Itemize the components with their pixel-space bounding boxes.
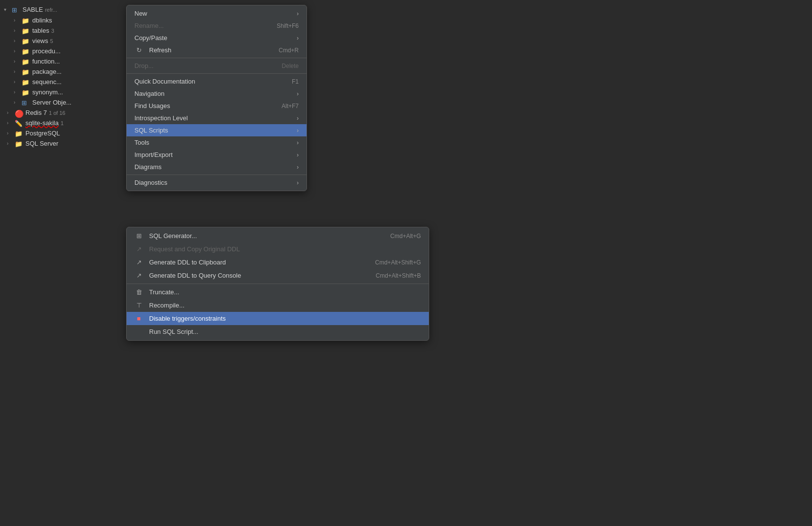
sable-header[interactable]: ▾ ⊞ SABLE refr...: [0, 4, 127, 15]
menu-item-sql-scripts[interactable]: SQL Scripts ›: [127, 124, 307, 136]
views-arrow: ›: [14, 38, 21, 44]
sidebar-item-functions[interactable]: › 📁 function...: [0, 56, 127, 66]
redis-label: Redis 7: [25, 109, 47, 116]
menu-item-copy-paste[interactable]: Copy/Paste ›: [127, 32, 307, 44]
disable-icon: ■: [134, 315, 143, 322]
tables-badge: 3: [51, 28, 54, 34]
menu-item-diagnostics[interactable]: Diagnostics ›: [127, 176, 307, 189]
packages-folder-icon: 📁: [22, 68, 30, 75]
functions-label: function...: [32, 58, 60, 65]
sidebar-item-redis7[interactable]: › 🔴 Redis 7 1 of 16: [0, 108, 127, 118]
submenu-item-generate-ddl-console[interactable]: ↗ Generate DDL to Query Console Cmd+Alt+…: [127, 269, 429, 282]
sable-db-icon: ⊞: [12, 6, 21, 13]
navigation-label: Navigation: [134, 90, 164, 97]
import-export-arrow: ›: [297, 152, 299, 158]
sidebar-item-sqlite-sakila[interactable]: › ✏️ sqlite-sakila 1: [0, 118, 127, 128]
sidebar-item-procedures[interactable]: › 📁 procedu...: [0, 46, 127, 56]
sidebar-item-dblinks[interactable]: › 📁 dblinks: [0, 15, 127, 25]
rename-shortcut: Shift+F6: [277, 22, 299, 29]
menu-item-refresh[interactable]: ↻ Refresh Cmd+R: [127, 44, 307, 56]
sidebar-item-synonyms[interactable]: › 📁 synonym...: [0, 87, 127, 97]
refresh-shortcut: Cmd+R: [279, 47, 299, 54]
menu-item-import-export[interactable]: Import/Export ›: [127, 149, 307, 161]
sqlite-label: sqlite-sakila: [25, 119, 59, 127]
postgresql-label: PostgreSQL: [25, 130, 60, 137]
menu-item-find-usages[interactable]: Find Usages Alt+F7: [127, 100, 307, 112]
menu-item-introspection-level[interactable]: Introspection Level ›: [127, 112, 307, 124]
server-objects-arrow: ›: [14, 100, 21, 105]
sql-generator-label: SQL Generator...: [149, 232, 197, 240]
generate-ddl-console-label: Generate DDL to Query Console: [149, 272, 241, 279]
sidebar-item-tables[interactable]: › 📁 tables 3: [0, 25, 127, 36]
server-objects-icon: ⊞: [22, 99, 30, 106]
run-sql-script-label: Run SQL Script...: [149, 328, 198, 335]
recompile-label: Recompile...: [149, 302, 184, 309]
sql-generator-icon: ⊞: [134, 232, 143, 240]
pg-folder-icon: 📁: [15, 130, 23, 137]
submenu-item-generate-ddl-clipboard[interactable]: ↗ Generate DDL to Clipboard Cmd+Alt+Shif…: [127, 256, 429, 269]
functions-folder-icon: 📁: [22, 58, 30, 65]
truncate-label: Truncate...: [149, 288, 179, 296]
refresh-label: Refresh: [149, 46, 172, 54]
sidebar-item-sequences[interactable]: › 📁 sequenc...: [0, 77, 127, 87]
sidebar-item-sql-server[interactable]: › 📁 SQL Server: [0, 138, 127, 149]
views-folder-icon: 📁: [22, 38, 30, 44]
quick-doc-shortcut: F1: [292, 78, 299, 85]
menu-item-tools[interactable]: Tools ›: [127, 136, 307, 149]
pg-arrow: ›: [7, 131, 14, 136]
sequences-label: sequenc...: [32, 78, 62, 86]
dblinks-label: dblinks: [32, 17, 52, 24]
functions-arrow: ›: [14, 59, 21, 64]
sequences-arrow: ›: [14, 79, 21, 85]
sable-subtitle: refr...: [45, 7, 57, 13]
tools-arrow: ›: [297, 139, 299, 146]
views-badge: 5: [50, 38, 53, 44]
tables-arrow: ›: [14, 28, 21, 33]
new-label: New: [134, 10, 147, 17]
sql-server-folder-icon: 📁: [15, 140, 23, 147]
menu-item-quick-doc[interactable]: Quick Documentation F1: [127, 75, 307, 88]
sequences-folder-icon: 📁: [22, 79, 30, 86]
recompile-icon: ⊤: [134, 302, 143, 309]
export-clipboard-icon: ↗: [134, 259, 143, 266]
new-arrow: ›: [297, 10, 299, 17]
views-label: views: [32, 37, 48, 44]
sql-scripts-arrow: ›: [297, 127, 299, 134]
menu-item-navigation[interactable]: Navigation ›: [127, 88, 307, 100]
submenu-item-recompile[interactable]: ⊤ Recompile...: [127, 299, 429, 312]
navigation-arrow: ›: [297, 90, 299, 97]
copy-paste-arrow: ›: [297, 35, 299, 42]
menu-item-diagrams[interactable]: Diagrams ›: [127, 161, 307, 173]
server-objects-label: Server Obje...: [32, 99, 71, 106]
procedures-label: procedu...: [32, 47, 61, 55]
sidebar-item-views[interactable]: › 📁 views 5: [0, 36, 127, 46]
sidebar-item-postgresql[interactable]: › 📁 PostgreSQL: [0, 128, 127, 138]
context-menu: New › Rename... Shift+F6 Copy/Paste › ↻ …: [126, 5, 307, 191]
quick-doc-label: Quick Documentation: [134, 78, 195, 85]
menu-item-new[interactable]: New ›: [127, 7, 307, 20]
export-console-icon: ↗: [134, 272, 143, 279]
redis-icon: 🔴: [15, 110, 23, 116]
submenu-item-truncate[interactable]: 🗑 Truncate...: [127, 285, 429, 299]
find-usages-label: Find Usages: [134, 102, 170, 110]
sidebar-item-server-objects[interactable]: › ⊞ Server Obje...: [0, 97, 127, 108]
introspection-level-arrow: ›: [297, 115, 299, 122]
diagrams-label: Diagrams: [134, 163, 162, 171]
menu-item-rename[interactable]: Rename... Shift+F6: [127, 20, 307, 32]
submenu-item-request-copy-ddl[interactable]: ↗ Request and Copy Original DDL: [127, 242, 429, 256]
sidebar-item-packages[interactable]: › 📁 package...: [0, 66, 127, 77]
diagnostics-arrow: ›: [297, 179, 299, 186]
procedures-folder-icon: 📁: [22, 48, 30, 55]
procedures-arrow: ›: [14, 48, 21, 54]
dblinks-folder-icon: 📁: [22, 17, 30, 24]
drop-shortcut: Delete: [282, 63, 299, 69]
submenu-item-run-sql-script[interactable]: Run SQL Script...: [127, 325, 429, 338]
generate-ddl-console-shortcut: Cmd+Alt+Shift+B: [376, 272, 421, 279]
menu-item-drop[interactable]: Drop... Delete: [127, 60, 307, 72]
submenu-item-disable-triggers[interactable]: ■ Disable triggers/constraints: [127, 312, 429, 325]
copy-paste-label: Copy/Paste: [134, 34, 167, 42]
sqlite-badge: 1: [61, 120, 64, 126]
submenu-item-sql-generator[interactable]: ⊞ SQL Generator... Cmd+Alt+G: [127, 229, 429, 242]
import-export-label: Import/Export: [134, 151, 173, 158]
diagnostics-label: Diagnostics: [134, 179, 167, 186]
